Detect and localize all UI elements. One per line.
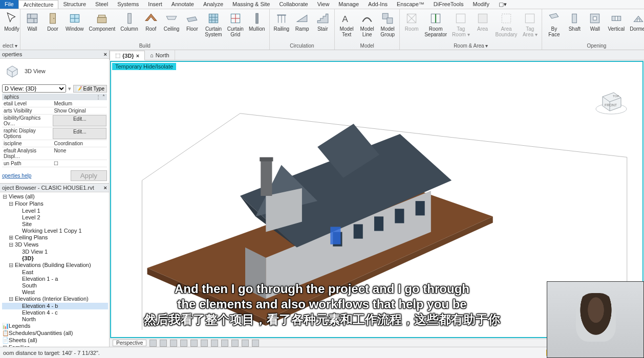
tree-node[interactable]: ⊟ Views (all) (2, 193, 108, 200)
vc-icon[interactable] (149, 340, 157, 347)
tab-collaborate[interactable]: Collaborate (274, 0, 312, 9)
opening-wall-button[interactable]: Wall (585, 10, 605, 33)
tree-node[interactable]: 📊 Legends (2, 323, 108, 330)
view-tab-close[interactable]: × (136, 53, 139, 59)
properties-close[interactable]: × (104, 51, 107, 57)
dormer-button[interactable]: Dormer (628, 10, 644, 33)
apply-button[interactable]: Apply (71, 170, 107, 181)
tree-node[interactable]: ⊟ Floor Plans (2, 200, 108, 208)
view-tab-north[interactable]: ⌂ North (145, 50, 175, 60)
vc-icon[interactable] (201, 340, 208, 347)
prop-row[interactable]: raphic Display OptionsEdit... (2, 127, 107, 140)
curtain-system-button[interactable]: Curtain System (203, 10, 224, 38)
tab-addins[interactable]: Add-Ins (363, 0, 392, 9)
view-cube[interactable]: FRONT TOP (593, 82, 629, 118)
tree-node[interactable]: ⊟ Elevations (Interior Elevation) (2, 296, 108, 303)
prop-row[interactable]: efault Analysis Displ…None (2, 147, 107, 160)
browser-tree[interactable]: ⊟ Views (all)⊟ Floor Plans Level 1 Level… (0, 192, 109, 347)
component-button[interactable]: Component (87, 10, 118, 33)
edit-type-button[interactable]: 📝 Edit Type (73, 85, 107, 93)
wall-button[interactable]: Wall (23, 10, 42, 33)
vc-icon[interactable] (252, 340, 259, 347)
floor-button[interactable]: Floor (182, 10, 202, 33)
vc-icon[interactable] (180, 340, 187, 347)
view-tab-3d[interactable]: ⬚ {3D} × (110, 51, 145, 60)
tab-annotate[interactable]: Annotate (167, 0, 199, 9)
tree-node[interactable]: Level 1 (2, 208, 108, 214)
view-mode[interactable]: Perspective (113, 340, 146, 346)
tree-node[interactable]: ⊟ Elevations (Building Elevation) (2, 262, 108, 269)
tab-overflow[interactable]: ▢▾ (494, 0, 511, 9)
browser-close[interactable]: × (104, 185, 107, 191)
tab-analyze[interactable]: Analyze (199, 0, 228, 9)
tab-view[interactable]: View (313, 0, 334, 9)
tree-node[interactable]: Elevation 4 - c (2, 309, 108, 316)
tree-node[interactable]: Elevation 4 - b (2, 303, 108, 309)
modify-tool[interactable]: Modify (2, 10, 22, 33)
panel-opening-label: Opening (544, 42, 644, 50)
tree-node[interactable]: Site (2, 221, 108, 228)
tree-node[interactable]: 📋 Schedules/Quantities (all) (2, 330, 108, 337)
properties-header: operties × (0, 50, 109, 59)
tree-node[interactable]: 📄 Sheets (all) (2, 337, 108, 344)
ramp-button[interactable]: Ramp (292, 10, 312, 33)
tree-node[interactable]: South (2, 282, 108, 289)
panel-select-label[interactable]: elect ▾ (2, 42, 18, 50)
view-type-combo[interactable]: D View: {3D} (2, 84, 66, 93)
tree-node[interactable]: North (2, 316, 108, 323)
curtain-grid-button[interactable]: Curtain Grid (225, 10, 246, 38)
model-line-button[interactable]: Model Line (357, 10, 377, 38)
prop-group-graphics[interactable]: aphics⋮ ˄ (2, 94, 107, 100)
vc-icon[interactable] (170, 340, 177, 347)
stair-button[interactable]: Stair (313, 10, 332, 33)
tab-architecture[interactable]: Architecture (18, 0, 59, 9)
tab-manage[interactable]: Manage (334, 0, 363, 9)
shaft-button[interactable]: Shaft (565, 10, 584, 33)
tree-node[interactable]: {3D} (2, 255, 108, 262)
vc-icon[interactable] (242, 340, 249, 347)
tab-insert[interactable]: Insert (143, 0, 167, 9)
tab-systems[interactable]: Systems (113, 0, 143, 9)
byface-button[interactable]: By Face (544, 10, 564, 38)
tree-node[interactable]: Level 2 (2, 214, 108, 221)
panel-room-label[interactable]: Room & Area ▾ (402, 42, 540, 50)
tab-steel[interactable]: Steel (91, 0, 113, 9)
roof-button[interactable]: Roof (141, 10, 161, 33)
vertical-button[interactable]: Vertical (606, 10, 627, 33)
column-button[interactable]: Column (118, 10, 140, 33)
tab-difreetools[interactable]: DiFreeTools (429, 0, 468, 9)
tab-modify[interactable]: Modify (468, 0, 494, 9)
tree-node[interactable]: West (2, 289, 108, 296)
tree-node[interactable]: 3D View 1 (2, 249, 108, 255)
prop-row[interactable]: etail LevelMedium (2, 100, 107, 107)
ceiling-button[interactable]: Ceiling (162, 10, 182, 33)
tab-massing[interactable]: Massing & Site (228, 0, 274, 9)
prop-row[interactable]: isibility/Graphics Ov…Edit... (2, 115, 107, 127)
prop-row[interactable]: un Path☐ (2, 160, 107, 167)
tree-node[interactable]: Working Level 1 Copy 1 (2, 228, 108, 234)
vc-icon[interactable] (231, 340, 239, 347)
window-button[interactable]: Window (63, 10, 86, 33)
door-button[interactable]: Door (43, 10, 62, 33)
room-sep-button[interactable]: Room Separator (422, 10, 449, 38)
vc-icon[interactable] (211, 340, 218, 347)
model-text-button[interactable]: AModel Text (337, 10, 356, 38)
vc-icon[interactable] (221, 340, 228, 347)
prop-row[interactable]: isciplineCoordination (2, 140, 107, 147)
browser-header: oject Browser - CLASIC HOUSE1.rvt × (0, 184, 109, 192)
tree-node[interactable]: ⊞ Ceiling Plans (2, 234, 108, 241)
prop-row[interactable]: arts VisibilityShow Original (2, 107, 107, 115)
tree-node[interactable]: East (2, 269, 108, 276)
mullion-button[interactable]: Mullion (247, 10, 267, 33)
status-left: oom distance to target: 140' - 7 11/32". (3, 350, 100, 356)
railing-button[interactable]: Railing (272, 10, 292, 33)
vc-icon[interactable] (160, 340, 167, 347)
vc-icon[interactable] (190, 340, 198, 347)
tree-node[interactable]: Elevation 1 - a (2, 276, 108, 282)
properties-help-link[interactable]: operties help (2, 173, 31, 178)
tab-structure[interactable]: Structure (58, 0, 91, 9)
tab-enscape[interactable]: Enscape™ (392, 0, 429, 9)
tree-node[interactable]: ⊟ 3D Views (2, 241, 108, 249)
tab-file[interactable]: File (0, 0, 18, 9)
model-group-button[interactable]: Model Group (378, 10, 397, 38)
